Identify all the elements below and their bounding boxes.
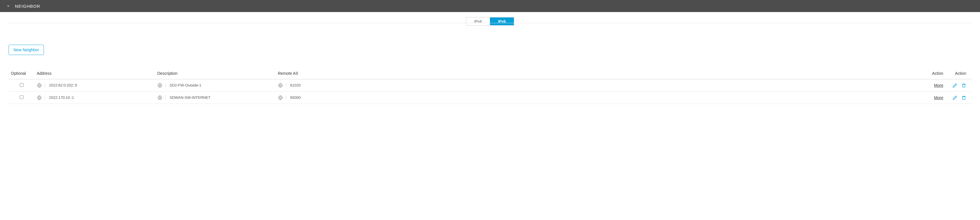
tab-ipv6[interactable]: IPv6 — [490, 17, 514, 25]
cell-remote-as: 65000 — [286, 95, 301, 100]
globe-icon — [37, 95, 42, 100]
th-optional: Optional — [9, 68, 35, 79]
chevron-down-icon — [6, 3, 11, 9]
svg-rect-7 — [963, 97, 965, 100]
cell-description: SD2-FW-Outside-1 — [165, 83, 201, 88]
more-link[interactable]: More — [934, 95, 943, 100]
row-optional-checkbox[interactable] — [20, 95, 24, 99]
new-neighbor-button[interactable]: New Neighbor — [9, 45, 44, 55]
th-remote-as: Remote AS — [275, 68, 923, 79]
cell-address: 2022:170:10::1 — [45, 95, 74, 100]
table-row: 2022:62:0:202::5 SD2-FW-Outside-1 61020 … — [9, 79, 971, 92]
row-optional-checkbox[interactable] — [20, 83, 24, 87]
globe-icon — [278, 95, 283, 100]
neighbor-table: Optional Address Description Remote AS A… — [9, 68, 971, 104]
section-header[interactable]: NEIGHBOR — [0, 0, 980, 12]
tab-ipv4[interactable]: IPv4 — [466, 17, 490, 25]
globe-icon — [37, 83, 42, 88]
more-link[interactable]: More — [934, 83, 943, 88]
svg-rect-3 — [963, 84, 965, 87]
globe-icon — [157, 95, 162, 100]
th-action-more: Action — [923, 68, 945, 79]
th-address: Address — [35, 68, 155, 79]
trash-icon[interactable] — [961, 83, 966, 88]
edit-icon[interactable] — [953, 83, 957, 88]
section-title: NEIGHBOR — [15, 4, 40, 9]
th-description: Description — [155, 68, 275, 79]
cell-description: SDWAN-SW-INTERNET — [165, 95, 210, 100]
trash-icon[interactable] — [961, 95, 966, 100]
cell-address: 2022:62:0:202::5 — [45, 83, 77, 88]
edit-icon[interactable] — [953, 95, 957, 100]
th-action-edit: Action — [945, 68, 971, 79]
cell-remote-as: 61020 — [286, 83, 301, 88]
globe-icon — [278, 83, 283, 88]
protocol-tabs: IPv4 IPv6 — [0, 17, 980, 25]
table-row: 2022:170:10::1 SDWAN-SW-INTERNET 65000 M… — [9, 92, 971, 104]
globe-icon — [157, 83, 162, 88]
